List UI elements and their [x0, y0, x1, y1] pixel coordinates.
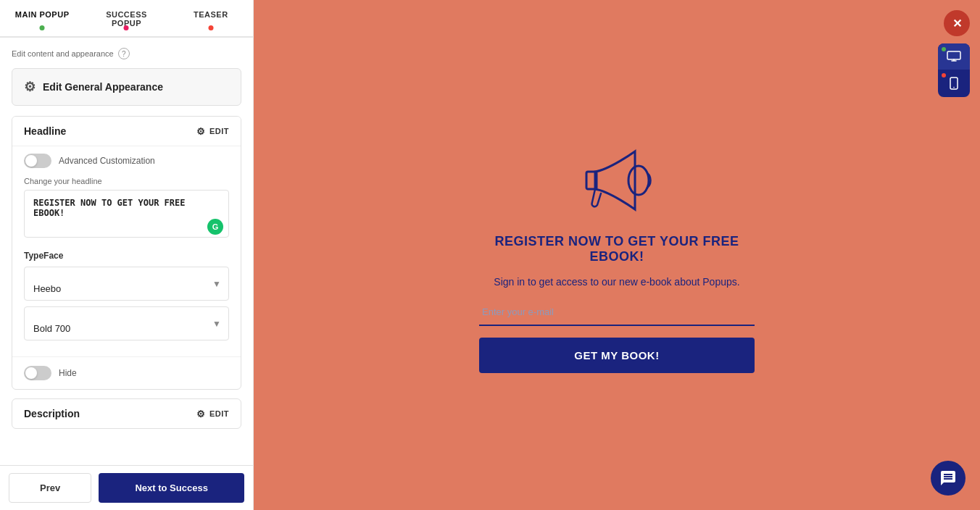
font-weight-dropdown[interactable]: Bold 700 ▼ — [24, 306, 229, 340]
mobile-device-button[interactable] — [938, 70, 970, 97]
grammarly-icon: G — [207, 219, 223, 235]
description-edit-button[interactable]: ⚙ EDIT — [196, 409, 229, 419]
preview-area: ✕ — [254, 0, 980, 510]
help-icon[interactable]: ? — [118, 48, 130, 59]
next-to-success-button[interactable]: Next to Success — [99, 473, 244, 503]
hide-toggle[interactable] — [24, 366, 51, 380]
advanced-customization-label: Advanced Customization — [59, 156, 155, 166]
font-family-dropdown-wrapper: Font Family Heebo ▼ — [24, 267, 229, 301]
tab-teaser[interactable]: TEASER — [169, 0, 253, 36]
change-headline-label: Change your headline — [24, 177, 229, 185]
headline-textarea[interactable]: REGISTER NOW TO GET YOUR FREE EBOOK! — [24, 190, 229, 238]
chat-icon — [939, 469, 957, 487]
tab-dot-main — [40, 25, 45, 30]
popup-headline: REGISTER NOW TO GET YOUR FREE EBOOK! — [479, 234, 755, 264]
popup-cta-button[interactable]: GET MY BOOK! — [479, 338, 755, 373]
advanced-customization-toggle[interactable] — [24, 154, 51, 168]
hide-toggle-row: Hide — [12, 356, 241, 389]
hide-label: Hide — [59, 368, 77, 378]
tab-dot-teaser — [208, 25, 213, 30]
tab-bar: MAIN POPUP SUCCESS POPUP TEASER — [0, 0, 253, 38]
desktop-icon — [947, 51, 961, 62]
popup-card: REGISTER NOW TO GET YOUR FREE EBOOK! Sig… — [443, 108, 791, 402]
mobile-dot — [942, 73, 946, 78]
svg-point-2 — [953, 87, 955, 88]
svg-point-4 — [628, 166, 649, 195]
font-weight-arrow-icon: ▼ — [212, 319, 221, 329]
edit-content-label: Edit content and appearance ? — [12, 48, 241, 59]
gear-icon-large: ⚙ — [24, 79, 36, 95]
device-toggle — [938, 43, 970, 97]
tab-success-popup[interactable]: SUCCESS POPUP — [84, 0, 168, 36]
gear-icon-description: ⚙ — [196, 409, 206, 419]
general-appearance-box[interactable]: ⚙ Edit General Appearance — [12, 68, 241, 106]
tab-dot-success — [124, 25, 129, 30]
advanced-customization-row: Advanced Customization — [24, 154, 229, 168]
hide-toggle-knob — [25, 367, 37, 379]
desktop-device-button[interactable] — [938, 43, 970, 70]
description-section-card: Description ⚙ EDIT — [12, 398, 241, 429]
font-family-arrow-icon: ▼ — [212, 279, 221, 289]
description-title: Description — [24, 408, 80, 419]
gear-icon-headline: ⚙ — [196, 126, 206, 137]
left-panel: MAIN POPUP SUCCESS POPUP TEASER Edit con… — [0, 0, 254, 510]
headline-section-card: Headline ⚙ EDIT Advanced Customization C… — [12, 116, 241, 390]
tab-main-popup[interactable]: MAIN POPUP — [0, 0, 84, 36]
mobile-icon — [950, 77, 958, 90]
toggle-knob — [25, 155, 37, 167]
popup-email-input[interactable] — [479, 299, 755, 326]
headline-section-header: Headline ⚙ EDIT — [12, 117, 241, 146]
popup-subtitle: Sign in to get access to our new e-book … — [494, 276, 739, 288]
prev-button[interactable]: Prev — [9, 473, 91, 503]
desktop-dot — [942, 47, 946, 51]
font-weight-dropdown-wrapper: Font Weight Bold 700 ▼ — [24, 306, 229, 340]
bottom-bar: Prev Next to Success — [0, 465, 253, 510]
close-button[interactable]: ✕ — [944, 10, 970, 36]
chat-bubble[interactable] — [931, 461, 966, 496]
headline-textarea-wrapper: REGISTER NOW TO GET YOUR FREE EBOOK! G — [24, 190, 229, 241]
headline-edit-button[interactable]: ⚙ EDIT — [196, 126, 229, 137]
headline-section-body: Advanced Customization Change your headl… — [12, 146, 241, 356]
headline-title: Headline — [24, 125, 66, 137]
font-family-dropdown[interactable]: Heebo ▼ — [24, 267, 229, 301]
megaphone-icon — [573, 137, 660, 217]
typeface-label: TypeFace — [24, 251, 229, 261]
svg-rect-0 — [947, 51, 960, 59]
panel-content: Edit content and appearance ? ⚙ Edit Gen… — [0, 38, 253, 465]
description-section-header: Description ⚙ EDIT — [12, 399, 241, 428]
